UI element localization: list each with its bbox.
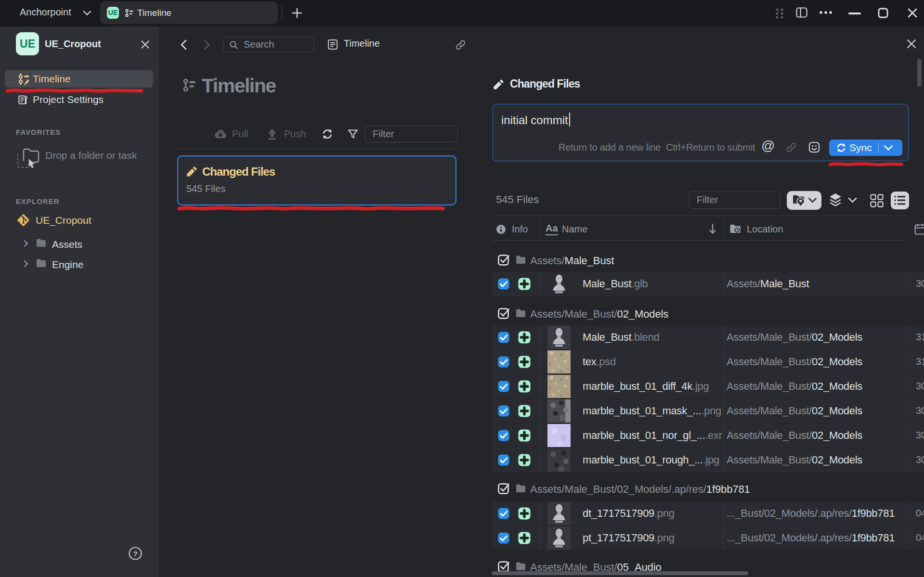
svg-text:?: ? <box>133 550 137 558</box>
